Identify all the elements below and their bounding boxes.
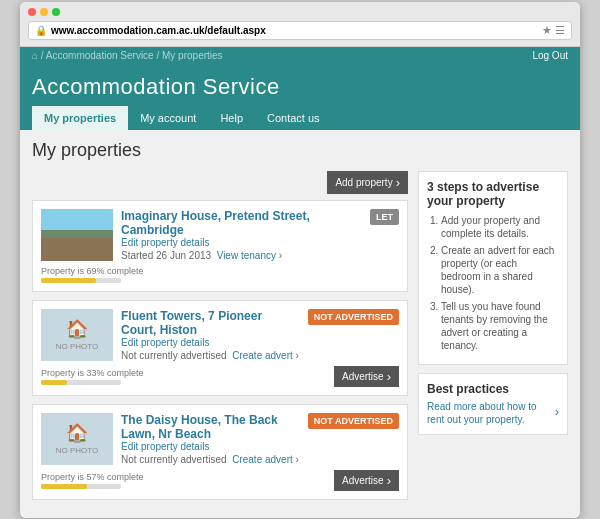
sidebar-column: 3 steps to advertise your property Add y… — [418, 171, 568, 508]
breadcrumb-bar: ⌂ / Accommodation Service / My propertie… — [20, 47, 580, 64]
logout-link[interactable]: Log Out — [532, 50, 568, 61]
edit-property-link-1[interactable]: Edit property details — [121, 237, 209, 248]
property-footer-1: Property is 69% complete — [41, 266, 399, 283]
progress-section-1: Property is 69% complete — [41, 266, 399, 283]
edit-property-link-2[interactable]: Edit property details — [121, 337, 209, 348]
minimize-button[interactable] — [40, 8, 48, 16]
address-bar[interactable]: 🔒 www.accommodation.cam.ac.uk/default.as… — [28, 21, 572, 40]
nav-item-contact-us[interactable]: Contact us — [255, 106, 332, 130]
status-badge-1: LET — [370, 209, 399, 225]
step-2: Create an advert for each property (or e… — [441, 244, 559, 296]
property-actions-2: Edit property details — [121, 337, 300, 348]
no-photo-icon-2: 🏠 — [66, 318, 88, 340]
browser-toolbar-icons: ★ ☰ — [542, 24, 565, 37]
nav-item-help[interactable]: Help — [208, 106, 255, 130]
progress-section-2: Property is 33% complete — [41, 368, 334, 385]
breadcrumb-current: My properties — [162, 50, 223, 61]
property-thumbnail-2: 🏠 NO PHOTO — [41, 309, 113, 361]
progress-label-2: Property is 33% complete — [41, 368, 334, 378]
window-controls — [28, 8, 572, 16]
property-card-2: 🏠 NO PHOTO Fluent Towers, 7 Pioneer Cour… — [32, 300, 408, 396]
add-property-bar: Add property — [32, 171, 408, 194]
property-actions-1: Edit property details — [121, 237, 362, 248]
practices-link[interactable]: Read more about how to rent out your pro… — [427, 400, 559, 426]
advertise-button-3[interactable]: Advertise — [334, 470, 399, 491]
property-name-3[interactable]: The Daisy House, The Back Lawn, Nr Beach — [121, 413, 278, 441]
maximize-button[interactable] — [52, 8, 60, 16]
property-footer-2: Property is 33% complete Advertise — [41, 366, 399, 387]
property-card-3: 🏠 NO PHOTO The Daisy House, The Back Law… — [32, 404, 408, 500]
property-status-text-2: Not currently advertised Create advert › — [121, 350, 300, 361]
url-text: www.accommodation.cam.ac.uk/default.aspx — [51, 25, 538, 36]
status-badge-2: NOT ADVERTISED — [308, 309, 399, 325]
step-3: Tell us you have found tenants by removi… — [441, 300, 559, 352]
create-advert-link-2[interactable]: Create advert — [232, 350, 293, 361]
sidebar-practices: Best practices Read more about how to re… — [418, 373, 568, 435]
no-photo-label-2: NO PHOTO — [56, 342, 99, 351]
lock-icon: 🔒 — [35, 25, 47, 36]
property-actions-3: Edit property details — [121, 441, 300, 452]
nav-item-my-properties[interactable]: My properties — [32, 106, 128, 130]
sidebar-steps: 3 steps to advertise your property Add y… — [418, 171, 568, 365]
property-info-3: The Daisy House, The Back Lawn, Nr Beach… — [121, 413, 300, 465]
breadcrumb-home[interactable]: ⌂ — [32, 50, 38, 61]
property-top-3: 🏠 NO PHOTO The Daisy House, The Back Law… — [41, 413, 399, 465]
property-thumbnail-3: 🏠 NO PHOTO — [41, 413, 113, 465]
property-name-1[interactable]: Imaginary House, Pretend Street, Cambrid… — [121, 209, 310, 237]
browser-window: 🔒 www.accommodation.cam.ac.uk/default.as… — [20, 2, 580, 518]
add-property-button[interactable]: Add property — [327, 171, 408, 194]
create-advert-link-3[interactable]: Create advert — [232, 454, 293, 465]
edit-property-link-3[interactable]: Edit property details — [121, 441, 209, 452]
page-title: My properties — [32, 140, 568, 161]
step-1: Add your property and complete its detai… — [441, 214, 559, 240]
close-button[interactable] — [28, 8, 36, 16]
property-status-text-3: Not currently advertised Create advert › — [121, 454, 300, 465]
breadcrumb-link-accommodation[interactable]: Accommodation Service — [46, 50, 154, 61]
property-info-2: Fluent Towers, 7 Pioneer Court, Histon E… — [121, 309, 300, 361]
progress-bar-fill-1 — [41, 278, 96, 283]
nav-item-my-account[interactable]: My account — [128, 106, 208, 130]
advert-arrow-2: › — [296, 350, 299, 361]
property-card-1: Imaginary House, Pretend Street, Cambrid… — [32, 200, 408, 292]
breadcrumb: ⌂ / Accommodation Service / My propertie… — [32, 50, 223, 61]
steps-title: 3 steps to advertise your property — [427, 180, 559, 208]
house-photo-1 — [41, 209, 113, 261]
no-photo-icon-3: 🏠 — [66, 422, 88, 444]
site-header: ⌂ / Accommodation Service / My propertie… — [20, 47, 580, 130]
nav-bar: My properties My account Help Contact us — [20, 106, 580, 130]
tenancy-arrow-1: › — [279, 250, 282, 261]
browser-chrome: 🔒 www.accommodation.cam.ac.uk/default.as… — [20, 2, 580, 47]
status-badge-3: NOT ADVERTISED — [308, 413, 399, 429]
progress-bar-fill-3 — [41, 484, 87, 489]
progress-bar-bg-2 — [41, 380, 121, 385]
property-status-text-1: Started 26 Jun 2013 View tenancy › — [121, 250, 362, 261]
property-top-1: Imaginary House, Pretend Street, Cambrid… — [41, 209, 399, 261]
progress-bar-bg-1 — [41, 278, 121, 283]
steps-list: Add your property and complete its detai… — [427, 214, 559, 352]
property-thumbnail-1 — [41, 209, 113, 261]
no-photo-label-3: NO PHOTO — [56, 446, 99, 455]
practices-title: Best practices — [427, 382, 559, 396]
view-tenancy-link-1[interactable]: View tenancy — [217, 250, 276, 261]
progress-bar-fill-2 — [41, 380, 67, 385]
progress-bar-bg-3 — [41, 484, 121, 489]
progress-label-3: Property is 57% complete — [41, 472, 334, 482]
property-footer-3: Property is 57% complete Advertise — [41, 470, 399, 491]
property-top-2: 🏠 NO PHOTO Fluent Towers, 7 Pioneer Cour… — [41, 309, 399, 361]
page-content: My properties Add property Imaginary Hou… — [20, 130, 580, 518]
site-title: Accommodation Service — [20, 64, 580, 106]
property-name-2[interactable]: Fluent Towers, 7 Pioneer Court, Histon — [121, 309, 262, 337]
progress-section-3: Property is 57% complete — [41, 472, 334, 489]
main-layout: Add property Imaginary House, Pretend St… — [32, 171, 568, 508]
property-info-1: Imaginary House, Pretend Street, Cambrid… — [121, 209, 362, 261]
properties-column: Add property Imaginary House, Pretend St… — [32, 171, 408, 508]
progress-label-1: Property is 69% complete — [41, 266, 399, 276]
advertise-button-2[interactable]: Advertise — [334, 366, 399, 387]
advert-arrow-3: › — [296, 454, 299, 465]
